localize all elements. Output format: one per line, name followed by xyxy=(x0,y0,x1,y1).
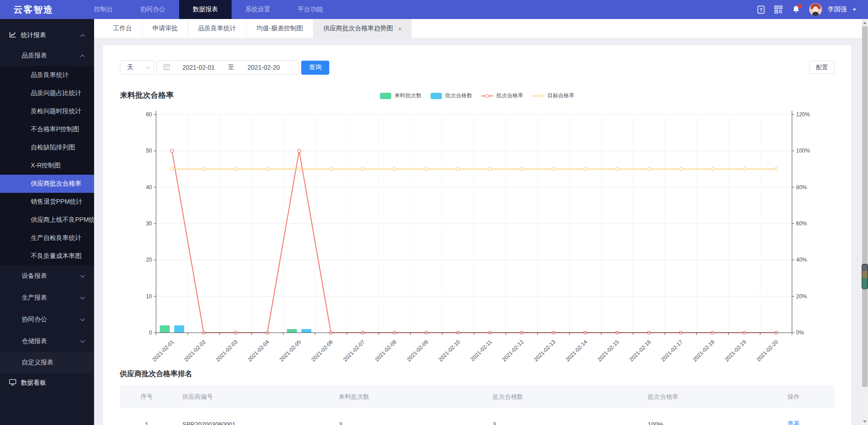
date-end-value[interactable]: 2021-02-20 xyxy=(235,64,292,71)
svg-text:2021-02-11: 2021-02-11 xyxy=(470,339,493,363)
nav-item-platform-features[interactable]: 平台功能 xyxy=(284,0,337,19)
legend-item-target-pass-rate[interactable]: 目标合格率 xyxy=(532,92,574,100)
sidebar-item-equipment-reports[interactable]: 设备报表 xyxy=(0,265,94,287)
sidebar-item-inspection-issue-period-stats[interactable]: 质检问题时段统计 xyxy=(0,102,94,120)
svg-text:20: 20 xyxy=(146,257,152,263)
svg-text:2021-02-13: 2021-02-13 xyxy=(533,339,557,363)
calendar-icon xyxy=(163,63,170,72)
chevron-down-icon xyxy=(81,316,85,321)
sidebar-item-quality-yield-stats[interactable]: 品质良率统计 xyxy=(0,66,94,84)
scrollbar-thumb[interactable] xyxy=(862,26,868,387)
line-chart-icon xyxy=(9,31,16,39)
main-content: 天 2021-02-01 至 2021-02-20 查询 配置 来料批次合格率 … xyxy=(94,38,862,425)
top-navbar: 云客智造 控制台 协同办公 数据报表 系统设置 平台功能 ? 李国强 xyxy=(0,0,868,19)
table-row: 1 SPR202003060001 3 3 100% 查看 xyxy=(120,408,835,425)
sidebar-item-supplier-batch-pass-rate[interactable]: 供应商批次合格率 xyxy=(0,175,94,193)
user-name[interactable]: 李国强 xyxy=(828,5,847,14)
col-actions: 操作 xyxy=(787,386,835,408)
dashboard-monitor-icon xyxy=(9,379,16,387)
filter-row: 天 2021-02-01 至 2021-02-20 查询 xyxy=(120,60,329,75)
svg-text:2021-02-03: 2021-02-03 xyxy=(215,339,239,363)
tab-quality-yield-stats[interactable]: 品质良率统计 xyxy=(188,19,247,38)
tab-workbench[interactable]: 工作台 xyxy=(103,19,142,38)
sidebar-item-sales-return-ppm-stats[interactable]: 销售退货PPM统计 xyxy=(0,193,94,211)
svg-text:40%: 40% xyxy=(796,257,807,263)
bell-icon[interactable] xyxy=(792,5,801,14)
help-doc-icon[interactable]: ? xyxy=(756,5,765,14)
sidebar-item-xr-control-chart[interactable]: X-R控制图 xyxy=(0,157,94,175)
config-button[interactable]: 配置 xyxy=(809,61,835,74)
svg-text:?: ? xyxy=(759,7,762,12)
close-icon[interactable]: × xyxy=(398,25,402,32)
svg-text:2021-02-16: 2021-02-16 xyxy=(628,339,652,363)
sidebar-item-self-check-defect-pareto[interactable]: 自检缺陷排列图 xyxy=(0,138,94,157)
nav-item-system-settings[interactable]: 系统设置 xyxy=(232,0,284,19)
col-incoming-batches: 来料批次数 xyxy=(336,386,490,408)
chart-title: 来料批次合格率 xyxy=(120,90,174,100)
svg-text:50: 50 xyxy=(146,148,152,154)
report-card: 天 2021-02-01 至 2021-02-20 查询 配置 来料批次合格率 … xyxy=(103,45,851,425)
sidebar-item-production-reports[interactable]: 生产报表 xyxy=(0,287,94,309)
legend-item-qualified-batches[interactable]: 批次合格数 xyxy=(431,92,472,100)
tab-mean-range-control-chart[interactable]: 均值-极差控制图 xyxy=(247,19,313,38)
svg-text:10: 10 xyxy=(146,293,152,300)
search-button[interactable]: 查询 xyxy=(301,61,329,75)
scroll-up-icon[interactable] xyxy=(862,19,868,26)
sidebar: 统计报表 品质报表 品质良率统计 品质问题占比统计 质检问题时段统计 不合格率P… xyxy=(0,19,94,425)
date-range-input[interactable]: 2021-02-01 至 2021-02-20 xyxy=(157,60,299,75)
svg-text:2021-02-02: 2021-02-02 xyxy=(183,339,207,363)
legend-item-batch-pass-rate[interactable]: 批次合格率 xyxy=(481,92,523,100)
svg-text:60: 60 xyxy=(146,111,152,118)
sidebar-item-quality-reports[interactable]: 品质报表 xyxy=(0,45,94,66)
legend-swatch-green xyxy=(380,93,391,99)
user-menu-chevron-down-icon[interactable] xyxy=(853,9,856,11)
sidebar-item-production-self-check-yield-stats[interactable]: 生产自检良率统计 xyxy=(0,229,94,247)
sidebar-item-stats-reports[interactable]: 统计报表 xyxy=(0,25,94,45)
qrcode-icon[interactable] xyxy=(774,5,783,14)
svg-text:120%: 120% xyxy=(796,111,810,118)
ranking-table: 序号 供应商编号 来料批次数 批次合格数 批次合格率 操作 1 SPR20200… xyxy=(120,386,835,425)
scroll-minimap-widget[interactable] xyxy=(862,264,868,289)
view-link[interactable]: 查看 xyxy=(787,420,800,425)
user-avatar[interactable] xyxy=(809,3,822,16)
sidebar-item-supplier-online-defect-ppm-stats[interactable]: 供应商上线不良PPM统计 xyxy=(0,211,94,229)
chevron-up-icon xyxy=(81,54,85,59)
scroll-down-icon[interactable] xyxy=(862,418,868,425)
sidebar-item-poor-quality-cost-rate-chart[interactable]: 不良质量成本率图 xyxy=(0,247,94,265)
chevron-down-icon xyxy=(81,273,85,277)
sidebar-item-warehouse-reports[interactable]: 仓储报表 xyxy=(0,330,94,352)
vertical-scrollbar[interactable] xyxy=(862,19,868,425)
chevron-down-icon xyxy=(81,295,85,299)
nav-item-collaboration[interactable]: 协同办公 xyxy=(127,0,179,19)
ranking-title: 供应商批次合格率排名 xyxy=(120,369,192,379)
cell-seq: 1 xyxy=(120,408,173,425)
tab-bar: 工作台 申请审批 品质良率统计 均值-极差控制图 供应商批次合格率趋势图 × xyxy=(94,19,862,38)
date-start-value[interactable]: 2021-02-01 xyxy=(170,64,227,71)
sidebar-item-custom-reports[interactable]: 自定义报表 xyxy=(0,352,94,373)
svg-text:2021-02-06: 2021-02-06 xyxy=(310,339,334,363)
svg-text:2021-02-19: 2021-02-19 xyxy=(723,339,748,363)
svg-text:2021-02-20: 2021-02-20 xyxy=(755,339,780,363)
svg-text:0%: 0% xyxy=(796,329,804,336)
legend-item-incoming-batches[interactable]: 来料批次数 xyxy=(380,92,422,100)
sidebar-item-data-dashboard[interactable]: 数据看板 xyxy=(0,373,94,393)
nav-item-data-reports[interactable]: 数据报表 xyxy=(179,0,232,19)
legend-swatch-blue xyxy=(431,93,442,99)
svg-text:2021-02-01: 2021-02-01 xyxy=(151,339,175,363)
svg-text:60%: 60% xyxy=(796,220,807,227)
tab-supplier-pass-rate-trend[interactable]: 供应商批次合格率趋势图 × xyxy=(313,19,412,38)
cell-supplier-code: SPR202003060001 xyxy=(173,408,336,425)
sidebar-item-collaboration-reports[interactable]: 协同办公 xyxy=(0,309,94,330)
period-select[interactable]: 天 xyxy=(120,60,154,75)
svg-text:2021-02-18: 2021-02-18 xyxy=(692,339,716,363)
top-menu: 控制台 协同办公 数据报表 系统设置 平台功能 xyxy=(81,0,337,19)
ranking-header-row: 序号 供应商编号 来料批次数 批次合格数 批次合格率 操作 xyxy=(120,386,835,408)
notification-badge xyxy=(798,4,802,8)
col-batch-pass-rate: 批次合格率 xyxy=(645,386,787,408)
nav-item-console[interactable]: 控制台 xyxy=(81,0,127,19)
tab-approval[interactable]: 申请审批 xyxy=(142,19,188,38)
sidebar-item-defect-rate-p-chart[interactable]: 不合格率P控制图 xyxy=(0,120,94,138)
sidebar-item-quality-issue-ratio-stats[interactable]: 品质问题占比统计 xyxy=(0,84,94,102)
col-supplier-code: 供应商编号 xyxy=(173,386,336,408)
svg-text:40: 40 xyxy=(146,184,152,191)
